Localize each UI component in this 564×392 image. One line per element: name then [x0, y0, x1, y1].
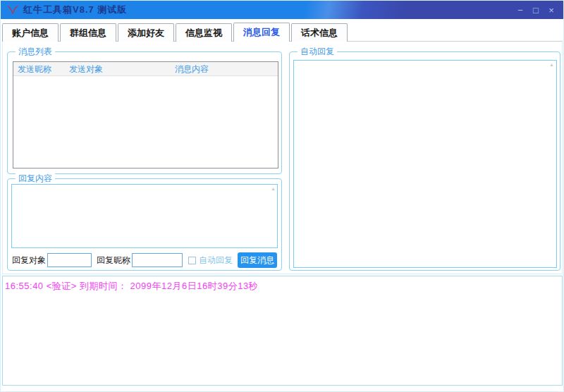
reply-content-textarea[interactable] [11, 184, 278, 248]
scrollbar-up-icon[interactable]: ▲ [549, 62, 554, 67]
reply-target-input[interactable] [47, 253, 92, 267]
autoreply-checkbox-label: 自动回复 [199, 255, 233, 267]
tab-page-message-reply: 消息列表 发送昵称 发送对象 消息内容 回复内容 ▲ 回复对象 回复昵称 [2, 41, 563, 274]
reply-content-group-label: 回复内容 [16, 173, 55, 183]
message-list-header: 发送昵称 发送对象 消息内容 [13, 62, 278, 76]
app-window: 红牛工具箱V8.7 测试版 − □ × 账户信息 群组信息 添加好友 信息监视 … [0, 0, 564, 392]
log-panel[interactable]: 16:55:40 <验证> 到期时间： 2099年12月6日16时39分13秒 [2, 276, 563, 386]
message-list-table[interactable]: 发送昵称 发送对象 消息内容 [13, 61, 278, 169]
validation-status-text: 16:55:40 <验证> 到期时间： 2099年12月6日16时39分13秒 [5, 280, 258, 293]
minimize-icon[interactable]: − [514, 4, 527, 16]
auto-reply-group: 自动回复 ▲ [289, 51, 560, 271]
title-bar: 红牛工具箱V8.7 测试版 − □ × [1, 1, 564, 19]
auto-reply-group-label: 自动回复 [298, 47, 337, 56]
autoreply-checkbox-group: 自动回复 [188, 255, 233, 267]
reply-content-group: 回复内容 ▲ 回复对象 回复昵称 自动回复 回复消息 [7, 178, 282, 271]
message-list-group-label: 消息列表 [16, 47, 55, 56]
tab-message-reply[interactable]: 消息回复 [233, 23, 290, 42]
reply-message-button[interactable]: 回复消息 [238, 252, 277, 268]
tab-message-monitor[interactable]: 信息监视 [176, 23, 232, 42]
column-header-send-target[interactable]: 发送对象 [69, 62, 175, 75]
column-header-sender-nickname[interactable]: 发送昵称 [18, 62, 69, 75]
tab-group-info[interactable]: 群组信息 [60, 23, 116, 42]
maximize-icon[interactable]: □ [529, 4, 542, 16]
close-icon[interactable]: × [545, 4, 558, 16]
reply-target-label: 回复对象 [12, 255, 46, 267]
reply-nickname-label: 回复昵称 [97, 255, 130, 267]
reply-nickname-input[interactable] [132, 253, 183, 267]
window-controls: − □ × [514, 1, 558, 19]
message-list-body[interactable] [13, 76, 278, 168]
tab-bar: 账户信息 群组信息 添加好友 信息监视 消息回复 话术信息 [2, 23, 349, 42]
tab-script-info[interactable]: 话术信息 [291, 23, 348, 42]
autoreply-checkbox[interactable] [188, 257, 196, 264]
tab-add-friend[interactable]: 添加好友 [118, 23, 174, 42]
auto-reply-textarea[interactable] [293, 60, 557, 268]
column-header-message-content[interactable]: 消息内容 [175, 62, 278, 75]
window-title: 红牛工具箱V8.7 测试版 [23, 1, 127, 19]
scrollbar-up-icon[interactable]: ▲ [271, 186, 276, 191]
tab-account-info[interactable]: 账户信息 [2, 23, 59, 42]
message-list-group: 消息列表 发送昵称 发送对象 消息内容 [7, 51, 282, 174]
app-logo-icon [6, 4, 19, 15]
reply-controls-row: 回复对象 回复昵称 自动回复 回复消息 [12, 252, 277, 268]
